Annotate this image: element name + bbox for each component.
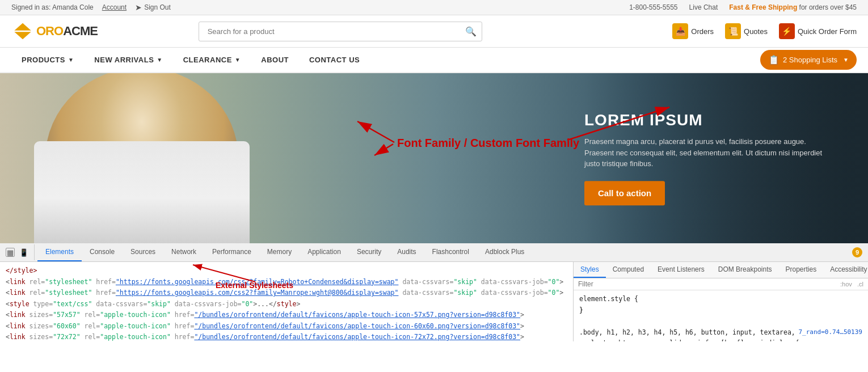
account-link[interactable]: Account <box>102 3 127 11</box>
orders-icon: 📥 <box>672 23 688 39</box>
styles-panel: Styles Computed Event Listeners DOM Brea… <box>573 262 868 341</box>
styles-tabs: Styles Computed Event Listeners DOM Brea… <box>574 262 868 278</box>
quick-order-btn[interactable]: ⚡ Quick Order Form <box>779 23 857 39</box>
quick-order-icon: ⚡ <box>779 23 795 39</box>
devtools-tabs: ▦ 📱 Elements Console Sources Network Per… <box>0 243 868 262</box>
shipping-bold: Fast & Free Shipping <box>729 3 797 11</box>
shipping-info: Fast & Free Shipping for orders over $45 <box>729 3 857 11</box>
hero-text: Praesent magna arcu, placerat id purus v… <box>584 136 823 170</box>
html-line-link5: <link sizes="72x72" rel="apple-touch-ico… <box>6 332 567 341</box>
nav-item-about[interactable]: ABOUT <box>251 48 299 72</box>
styles-tab-event-listeners[interactable]: Event Listeners <box>651 262 711 278</box>
html-line-style-close: </style> <box>6 265 567 277</box>
live-chat-link[interactable]: Live Chat <box>689 3 718 11</box>
top-bar-left: Signed in as: Amanda Cole Account ➤ Sign… <box>11 3 171 12</box>
nav-label-new-arrivals: NEW ARRIVALS <box>94 56 154 64</box>
search-bar: 🔍 <box>199 22 482 41</box>
tab-elements[interactable]: Elements <box>37 243 82 261</box>
styles-selector-body2: .select, .btn, .promo-slider__info a[hre… <box>579 339 799 341</box>
chevron-down-icon-shopping: ▼ <box>843 57 849 63</box>
hero-content: LOREM IPSUM Praesent magna arcu, placera… <box>584 111 823 205</box>
logo-text-oro: ORO <box>36 24 63 38</box>
html-line-link2: <link rel="stylesheet" href="https://fon… <box>6 288 567 299</box>
devtools-icons: ▦ 📱 <box>6 244 35 260</box>
tab-audits[interactable]: Audits <box>389 243 424 261</box>
phone-number: 1-800-555-5555 <box>629 3 677 11</box>
devtools-body: External Stylesheets </style> <link rel=… <box>0 262 868 341</box>
nav-item-new-arrivals[interactable]: NEW ARRIVALS ▼ <box>84 48 172 72</box>
styles-tab-computed[interactable]: Computed <box>606 262 651 278</box>
top-bar-right: 1-800-555-5555 Live Chat Fast & Free Shi… <box>629 3 857 11</box>
devtools: ▦ 📱 Elements Console Sources Network Per… <box>0 243 868 341</box>
html-panel: External Stylesheets </style> <link rel=… <box>0 262 573 341</box>
quotes-btn[interactable]: 📜 Quotes <box>725 23 768 39</box>
html-line-link3: <link sizes="57x57" rel="apple-touch-ico… <box>6 310 567 321</box>
chevron-down-icon-clearance: ▼ <box>235 57 241 63</box>
quotes-icon: 📜 <box>725 23 741 39</box>
cta-button[interactable]: Call to action <box>584 181 665 205</box>
styles-selector-body: .body, h1, h2, h3, h4, h5, h6, button, i… <box>579 328 795 336</box>
header-actions: 📥 Orders 📜 Quotes ⚡ Quick Order Form <box>672 23 857 39</box>
hero-section: LOREM IPSUM Praesent magna arcu, placera… <box>0 73 868 243</box>
chevron-down-icon-products: ▼ <box>68 57 74 63</box>
signed-in-label: Signed in as: Amanda Cole <box>11 3 94 11</box>
search-icon: 🔍 <box>465 27 477 36</box>
nav-label-products: PRODUCTS <box>22 56 65 64</box>
styles-rule-body: .body, h1, h2, h3, h4, h5, h6, button, i… <box>579 327 862 341</box>
tab-flashcontrol[interactable]: Flashcontrol <box>424 243 477 261</box>
filter-bar: :hov .cl <box>574 278 868 290</box>
styles-close-element: } <box>579 306 583 314</box>
nav-item-clearance[interactable]: CLEARANCE ▼ <box>173 48 251 72</box>
tab-application[interactable]: Application <box>300 243 349 261</box>
nav-label-about: ABOUT <box>261 56 289 64</box>
tab-memory[interactable]: Memory <box>259 243 300 261</box>
sign-out-btn[interactable]: ➤ Sign Out <box>135 3 171 12</box>
nav-right: 📋 2 Shopping Lists ▼ <box>760 50 857 70</box>
search-button[interactable]: 🔍 <box>465 26 477 37</box>
nav-item-contact-us[interactable]: CONTACT US <box>299 48 370 72</box>
filter-hint: :hov .cl <box>840 281 863 288</box>
nav: PRODUCTS ▼ NEW ARRIVALS ▼ CLEARANCE ▼ AB… <box>0 48 868 73</box>
tab-console[interactable]: Console <box>82 243 123 261</box>
html-line-link4: <link sizes="60x60" rel="apple-touch-ico… <box>6 321 567 332</box>
shipping-rest: for orders over $45 <box>799 3 857 11</box>
quick-order-label: Quick Order Form <box>798 27 857 36</box>
shopping-lists-btn[interactable]: 📋 2 Shopping Lists ▼ <box>760 50 857 70</box>
styles-link-rand[interactable]: 7_rand=0.74…50139 <box>798 327 862 338</box>
hero-person-body <box>34 141 250 243</box>
hero-title: LOREM IPSUM <box>584 111 823 129</box>
tab-adblock[interactable]: Adblock Plus <box>477 243 532 261</box>
hero-image-left <box>0 73 397 243</box>
tab-network[interactable]: Network <box>163 243 204 261</box>
filter-input[interactable] <box>578 280 837 288</box>
tab-sources[interactable]: Sources <box>123 243 163 261</box>
device-icon[interactable]: 📱 <box>19 248 28 257</box>
inspect-icon[interactable]: ▦ <box>6 248 15 257</box>
orders-label: Orders <box>691 27 714 36</box>
styles-tab-properties[interactable]: Properties <box>778 262 823 278</box>
shopping-lists-icon: 📋 <box>768 54 779 65</box>
html-line-link1: <link rel="stylesheet" href="https://fon… <box>6 277 567 288</box>
top-bar: Signed in as: Amanda Cole Account ➤ Sign… <box>0 0 868 15</box>
nav-label-contact-us: CONTACT US <box>309 56 360 64</box>
orders-btn[interactable]: 📥 Orders <box>672 23 714 39</box>
logo[interactable]: OROACME <box>11 21 98 41</box>
logo-text: OROACME <box>36 24 98 39</box>
search-input[interactable] <box>199 22 482 41</box>
shopping-lists-label: 2 Shopping Lists <box>783 56 837 64</box>
styles-tab-styles[interactable]: Styles <box>574 262 606 278</box>
tab-security[interactable]: Security <box>349 243 389 261</box>
chevron-down-icon-new-arrivals: ▼ <box>157 57 162 63</box>
styles-rule-element: element.style { } <box>579 294 862 316</box>
styles-selector-element: element.style { <box>579 295 638 303</box>
styles-tab-dom-breakpoints[interactable]: DOM Breakpoints <box>711 262 779 278</box>
sign-out-icon: ➤ <box>135 3 142 12</box>
hero-banner: LOREM IPSUM Praesent magna arcu, placera… <box>0 73 868 243</box>
tab-performance[interactable]: Performance <box>204 243 259 261</box>
html-line-style-css: <style type="text/css" data-cssvars="ski… <box>6 299 567 310</box>
styles-tab-accessibility[interactable]: Accessibility <box>823 262 868 278</box>
alert-badge: 9 <box>852 247 862 257</box>
nav-item-products[interactable]: PRODUCTS ▼ <box>11 48 84 72</box>
styles-body: element.style { } .body, h1, h2, h3, h4,… <box>574 290 868 341</box>
quotes-label: Quotes <box>744 27 768 36</box>
